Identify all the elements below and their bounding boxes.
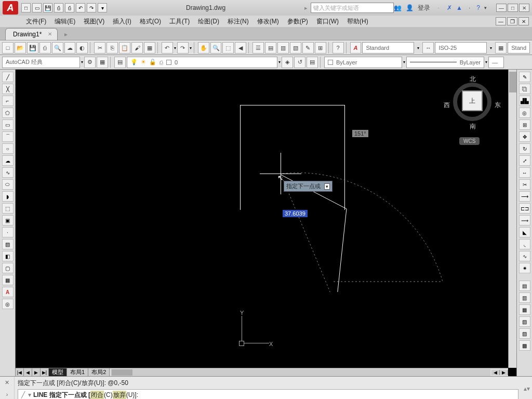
hatch-icon[interactable]: ▨ [2,239,14,249]
ellipse-arc-icon[interactable]: ◗ [2,191,14,202]
menu-draw[interactable]: 绘图(D) [198,17,219,26]
color-dropdown[interactable]: ByLayer [324,57,402,68]
tb-undo-drop[interactable]: ▾ [174,46,176,50]
cmd-close-icon[interactable]: ✕ [5,379,9,386]
circle-icon[interactable]: ○ [2,143,14,154]
dim-style-dropdown[interactable]: ISO-25 [435,42,487,54]
menu-tools[interactable]: 工具(T) [169,17,190,26]
array-icon[interactable]: ⊞ [519,119,530,130]
fillet-icon[interactable]: ◟ [519,239,530,249]
new-tab-button[interactable]: ▸ [60,29,72,40]
spline-icon[interactable]: ∿ [2,167,14,178]
tb-markup-icon[interactable]: ✎ [302,42,314,54]
ws-settings-icon[interactable]: ⚙ [84,57,96,68]
table-icon[interactable]: ▦ [2,275,14,285]
table-style-dropdown[interactable]: Stand [508,42,530,54]
tb-match-icon[interactable]: 🖌 [131,42,143,54]
save-icon[interactable]: 💾 [43,3,52,12]
tab-nav-last[interactable]: ▶| [41,368,49,377]
tb-dc-icon[interactable]: ▤ [265,42,276,54]
make-block-icon[interactable]: ▣ [2,215,14,225]
menu-insert[interactable]: 插入(I) [113,17,131,26]
tab-nav-first[interactable]: |◀ [16,368,24,377]
lineweight-dropdown[interactable]: — [488,57,504,68]
text-style-dropdown[interactable]: Standard [362,42,414,54]
cmd-expand-icon[interactable]: › [6,391,8,397]
layer-iso-icon[interactable]: ◈ [282,57,293,68]
viewcube-top[interactable]: 上 [462,90,483,111]
rb-tool6-icon[interactable]: ▩ [519,340,530,351]
undo-icon[interactable]: ↶ [76,3,85,12]
tb-paste-icon[interactable]: 📋 [119,42,130,54]
workspace-dropdown[interactable]: AutoCAD 经典 [2,57,80,68]
cmd-close-opt[interactable]: 闭合 [90,391,104,400]
doc-minimize-button[interactable]: — [496,17,506,25]
menu-param[interactable]: 参数(P) [287,17,308,26]
stretch-icon[interactable]: ↔ [519,167,530,178]
exchange-a-icon[interactable]: ▲ [456,4,462,11]
tb-help-icon[interactable]: ? [332,42,344,54]
tb-zoom-win-icon[interactable]: ⬚ [222,42,234,54]
polygon-icon[interactable]: ⬠ [2,108,14,118]
dim-style-arrow[interactable]: ▾ [490,46,492,50]
menu-format[interactable]: 格式(O) [140,17,161,26]
move-icon[interactable]: ✥ [519,131,530,142]
rb-tool4-icon[interactable]: ▧ [519,316,530,327]
file-tab-close-icon[interactable]: ✕ [48,31,52,37]
explode-icon[interactable]: ✷ [519,263,530,273]
menu-edit[interactable]: 编辑(E) [55,17,75,26]
tb-redo-icon[interactable]: ↷ [177,42,189,54]
layer-props-icon[interactable]: ▤ [114,57,126,68]
rb-tool3-icon[interactable]: ▦ [519,304,530,315]
viewcube-north[interactable]: 北 [470,75,476,84]
mtext-icon[interactable]: A [2,287,14,297]
tb-save-icon[interactable]: 💾 [27,42,38,54]
menu-dim[interactable]: 标注(N) [228,17,249,26]
saveas-icon[interactable]: ⎙ [54,3,63,12]
erase-icon[interactable]: ✎ [519,72,530,82]
tb-zoom-rt-icon[interactable]: 🔍 [210,42,222,54]
trim-icon[interactable]: ✂ [519,179,530,190]
doc-restore-button[interactable]: ❐ [507,17,517,25]
offset-icon[interactable]: ◎ [519,108,530,118]
login-link[interactable]: 登录 [418,4,430,12]
break-icon[interactable]: ⊏⊐ [519,203,530,214]
ws-arrow[interactable]: ▾ [81,60,83,64]
rb-tool5-icon[interactable]: ▨ [519,328,530,339]
tb-cut-icon[interactable]: ✂ [94,42,105,54]
help-drop-icon[interactable]: ▾ [484,5,487,10]
pline-icon[interactable]: ⌐ [2,96,14,106]
addsel-icon[interactable]: ◎ [2,299,14,309]
join-icon[interactable]: ⟿ [519,215,530,225]
maximize-button[interactable]: □ [508,4,518,12]
tb-calc-icon[interactable]: ⊞ [315,42,326,54]
help-icon[interactable]: ? [476,4,480,11]
open-icon[interactable]: ▭ [32,3,42,12]
tb-publish-icon[interactable]: ☁ [64,42,76,54]
layer-dropdown[interactable]: 💡 ☀ 🔓 ⎙ 0 [127,57,277,68]
ws-save-icon[interactable]: ▦ [97,57,108,68]
tab-nav-prev[interactable]: ◀ [24,368,32,377]
menu-help[interactable]: 帮助(H) [347,17,368,26]
mirror-icon[interactable]: ▟▙ [519,96,530,106]
new-icon[interactable]: □ [21,3,31,12]
xline-icon[interactable]: ╳ [2,84,14,94]
horizontal-scrollbar[interactable] [111,369,490,376]
wcs-badge[interactable]: WCS [459,137,480,145]
qat-more-icon[interactable]: ▾ [98,3,107,12]
tb-open-icon[interactable]: 📂 [15,42,26,54]
line-icon[interactable]: ╱ [2,72,14,82]
extend-icon[interactable]: ⟶ [519,191,530,202]
app-logo[interactable]: A [3,1,18,15]
tb-preview-icon[interactable]: 🔍 [52,42,63,54]
cmd-scroll[interactable]: ▴▾ [522,377,532,399]
rotate-icon[interactable]: ↻ [519,143,530,154]
user-icon[interactable]: 👤 [406,4,414,11]
layer-prev-icon[interactable]: ↺ [294,57,305,68]
table-style-icon[interactable]: ▦ [495,42,507,54]
redo-icon[interactable]: ↷ [87,3,96,12]
tab-nav-next[interactable]: ▶ [32,368,41,377]
vertical-scrollbar[interactable] [508,70,516,368]
tb-block-icon[interactable]: ▦ [144,42,155,54]
tab-layout2[interactable]: 布局2 [88,368,110,377]
